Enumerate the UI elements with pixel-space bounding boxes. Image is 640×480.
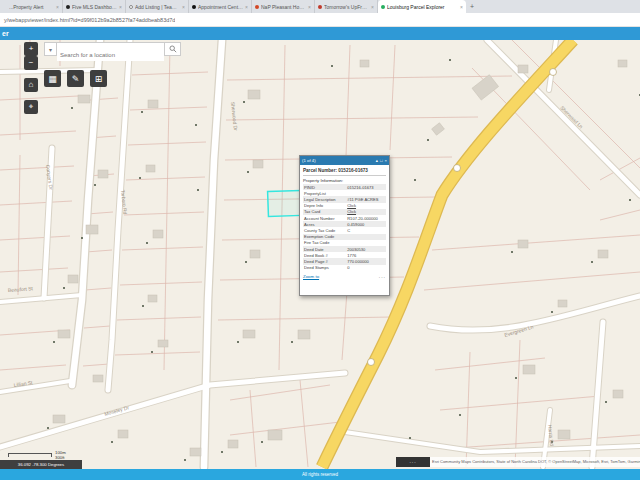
tab-title: Louisburg Parcel Explorer [387, 4, 458, 10]
parcel-number-header: Parcel Number: 015216-01673 [303, 168, 386, 173]
pencil-icon: ✎ [72, 74, 80, 84]
popup-pagination: (1 of 4) [302, 158, 316, 163]
tab-louisburg-parcel-explorer[interactable]: Louisburg Parcel Explorer × [378, 0, 466, 13]
tab-close-icon[interactable]: × [56, 4, 59, 10]
tab-favicon [129, 5, 133, 9]
map-attribution: Esri Community Maps Contributors, State … [430, 457, 640, 467]
tab-property-alert[interactable]: ...Property Alert × [0, 0, 63, 13]
attribute-table: PINID015216-01673 PropertyList Legal Des… [303, 184, 386, 271]
zoom-to-link[interactable]: Zoom to [303, 274, 319, 279]
zoom-out-button[interactable]: − [24, 56, 38, 70]
home-icon: ⌂ [29, 81, 34, 89]
tab-favicon [318, 5, 322, 9]
four-squares-icon: ⊞ [95, 74, 103, 84]
tab-close-icon[interactable]: × [182, 4, 185, 10]
scale-bar-line [8, 453, 52, 457]
popup-title-bar[interactable]: (1 of 4) ▴ □ × [300, 156, 389, 165]
app-header: er [0, 27, 640, 40]
home-button[interactable]: ⌂ [24, 78, 38, 92]
tab-close-icon[interactable]: × [308, 4, 311, 10]
more-options-icon[interactable]: ... [379, 273, 386, 279]
basemap-gallery-button[interactable]: ▦ [44, 70, 61, 87]
tab-title: Tomorrow's UpFront Edition [324, 4, 369, 10]
scale-bar: 100m 300ft [8, 450, 68, 460]
close-icon[interactable]: × [384, 158, 387, 163]
tab-favicon [3, 5, 7, 9]
browser-tab-strip: ...Property Alert × Five MLS Dashboard ×… [0, 0, 640, 13]
app-footer: All rights reserved [0, 469, 640, 480]
plus-icon: + [29, 45, 34, 53]
my-location-button[interactable]: ⌖ [24, 100, 38, 114]
search-icon [169, 45, 177, 53]
selected-parcel-highlight[interactable] [268, 190, 302, 216]
tab-close-icon[interactable]: × [371, 4, 374, 10]
widgets-button[interactable]: ⊞ [90, 70, 107, 87]
draw-button[interactable]: ✎ [67, 70, 84, 87]
tab-title: NaP Pleasant Hope Rd, Kenn [261, 4, 306, 10]
popup-footer: Zoom to ... [303, 273, 386, 279]
locate-icon: ⌖ [29, 103, 34, 111]
attr-value: 0 [346, 265, 386, 271]
popup-body: Parcel Number: 015216-01673 Property Inf… [300, 165, 389, 295]
attribution-toggle-button[interactable]: ... [396, 457, 430, 467]
table-row: Deed Stamps0 [303, 265, 386, 271]
tab-title: Appointment Center - NaP [198, 4, 243, 10]
search-button[interactable] [165, 42, 181, 56]
search-source-dropdown[interactable]: ▾ [44, 42, 57, 56]
tab-title: ...Property Alert [9, 4, 54, 10]
tab-five-mls-dashboard[interactable]: Five MLS Dashboard × [63, 0, 126, 13]
browser-window: ...Property Alert × Five MLS Dashboard ×… [0, 0, 640, 480]
street-label: Sherwood Dr [230, 101, 239, 131]
tab-favicon [255, 5, 259, 9]
rights-text: All rights reserved [302, 472, 338, 477]
dock-icon[interactable]: ▴ [376, 158, 378, 163]
browser-url-bar[interactable]: y/webappviewer/index.html?id=d99f012b9a2… [0, 13, 640, 27]
tab-upfront-edition[interactable]: Tomorrow's UpFront Edition × [315, 0, 378, 13]
tab-close-icon[interactable]: × [460, 4, 463, 10]
tab-favicon [66, 5, 70, 9]
maximize-icon[interactable]: □ [380, 158, 383, 163]
search-box [57, 42, 165, 56]
app-title-fragment: er [2, 30, 9, 37]
street-label: Beaufort St [8, 285, 34, 293]
chevron-down-icon: ▾ [49, 46, 52, 53]
property-information-heading: Property Information: [303, 178, 386, 183]
tab-close-icon[interactable]: × [245, 4, 248, 10]
tab-close-icon[interactable]: × [119, 4, 122, 10]
divider [303, 175, 386, 176]
feature-popup: (1 of 4) ▴ □ × Parcel Number: 015216-016… [299, 155, 390, 296]
tab-title: Add Listing | Teams Web [135, 4, 180, 10]
tab-pleasant-hope-rd[interactable]: NaP Pleasant Hope Rd, Kenn × [252, 0, 315, 13]
tab-title: Five MLS Dashboard [72, 4, 117, 10]
coordinates-readout: 36.092 -78.300 Degrees [0, 460, 82, 469]
tab-appointment-center[interactable]: Appointment Center - NaP × [189, 0, 252, 13]
basemap-grid-icon: ▦ [48, 74, 57, 84]
attr-label: Deed Stamps [303, 265, 346, 271]
url-text[interactable]: y/webappviewer/index.html?id=d99f012b9a2… [0, 17, 175, 23]
tab-add-listing[interactable]: Add Listing | Teams Web × [126, 0, 189, 13]
tab-favicon [381, 5, 385, 9]
minus-icon: − [29, 59, 34, 67]
new-tab-button[interactable]: + [466, 0, 478, 13]
tab-favicon [192, 5, 196, 9]
zoom-in-button[interactable]: + [24, 42, 38, 56]
search-input[interactable] [57, 49, 164, 61]
